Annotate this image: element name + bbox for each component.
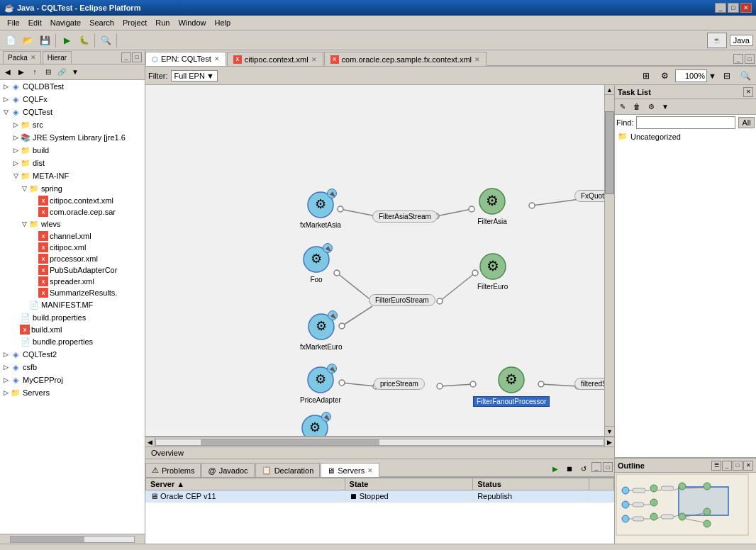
filtereuropstream-box[interactable]: FilterEuroStream <box>369 294 435 306</box>
canvas-vscroll[interactable]: ▲ ▼ <box>604 85 614 436</box>
tree-item-build-folder[interactable]: ▷ 📁 build <box>0 144 145 157</box>
tree-item-cqlfx[interactable]: ▷ ◈ CQLFx <box>0 93 145 106</box>
tree-item-citipoc-context[interactable]: ▷ X citipoc.context.xml <box>0 195 145 206</box>
hscroll-right-button[interactable]: ▶ <box>604 437 614 447</box>
editor-tab-controls[interactable]: _ □ <box>732 52 756 66</box>
server-row-oracle[interactable]: 🖥 Oracle CEP v11 ⏹ Stopped Republish <box>146 490 614 503</box>
stop-server-button[interactable]: ⏹ <box>563 462 576 475</box>
close-citipoc-tab[interactable]: ✕ <box>311 56 317 63</box>
tab-epn-cqltest[interactable]: ⬡ EPN: CQLTest ✕ <box>145 52 226 66</box>
vscroll-down-button[interactable]: ▼ <box>605 426 614 436</box>
col-status[interactable]: Status <box>473 478 589 490</box>
node-fxmarketeuro[interactable]: ⚙ 🔌 fxMarketEuro <box>300 312 342 351</box>
close-com-oracle-tab[interactable]: ✕ <box>474 56 480 63</box>
toggle-meta-inf[interactable]: ▽ <box>11 172 20 180</box>
menu-help[interactable]: Help <box>211 17 235 28</box>
minimize-panel-button[interactable]: _ <box>121 52 131 62</box>
toggle-servers[interactable]: ▷ <box>1 388 10 397</box>
outline-controls[interactable]: ☰ _ □ ✕ <box>711 461 753 471</box>
minimize-button[interactable]: _ <box>715 3 726 13</box>
tree-item-cqltest2[interactable]: ▷ ◈ CQLTest2 <box>0 348 145 361</box>
maximize-button[interactable]: □ <box>728 3 739 13</box>
tree-item-processor[interactable]: ▷ X processor.xml <box>0 253 145 264</box>
back-button[interactable]: ◀ <box>1 66 14 79</box>
zoom-fit-button[interactable]: ⊟ <box>719 68 735 84</box>
pricestream-box[interactable]: priceStream <box>374 378 425 390</box>
menu-window[interactable]: Window <box>174 17 210 28</box>
tree-item-src[interactable]: ▷ 📁 src <box>0 118 145 131</box>
close-epn-tab[interactable]: ✕ <box>214 55 220 62</box>
toggle-csfb[interactable]: ▷ <box>1 363 10 371</box>
node-filtereuropstream[interactable]: FilterEuroStream <box>369 294 435 306</box>
node-adapter[interactable]: ⚙ 🔌 adapter <box>300 413 330 437</box>
delete-task-button[interactable]: 🗑 <box>630 101 643 113</box>
bottom-panel-controls[interactable]: ▶ ⏹ ↺ _ □ <box>547 461 614 477</box>
start-server-button[interactable]: ▶ <box>549 462 562 475</box>
tree-item-com-oracle[interactable]: ▷ X com.oracle.cep.sar <box>0 206 145 218</box>
toggle-cqltest[interactable]: ▽ <box>1 108 10 116</box>
min-outline-button[interactable]: _ <box>722 461 732 471</box>
tab-hierarchy[interactable]: Hierar <box>43 51 72 64</box>
tree-item-cqldbtest[interactable]: ▷ ◈ CQLDBTest <box>0 80 145 93</box>
tab-servers[interactable]: 🖥 Servers ✕ <box>321 463 379 477</box>
tree-item-build-xml[interactable]: ▷ X build.xml <box>0 324 145 335</box>
tree-item-spreader[interactable]: ▷ X spreader.xml <box>0 276 145 287</box>
tree-item-bundle-properties[interactable]: ▷ 📄 bundle.properties <box>0 335 145 348</box>
zoom-dropdown-arrow[interactable]: ▼ <box>708 72 716 80</box>
node-filterasiastream[interactable]: FilterAsiaStream <box>372 211 438 223</box>
filterasiastream-box[interactable]: FilterAsiaStream <box>372 211 438 223</box>
toggle-jre[interactable]: ▷ <box>11 133 20 142</box>
save-button[interactable]: 💾 <box>37 33 52 48</box>
tree-container[interactable]: ▷ ◈ CQLDBTest ▷ ◈ CQLFx ▽ ◈ CQLTest ▷ 📁 … <box>0 80 145 534</box>
task-list-controls[interactable]: ✕ <box>743 87 753 97</box>
tab-javadoc[interactable]: @ Javadoc <box>201 463 254 477</box>
tree-item-build-properties[interactable]: ▷ 📄 build.properties <box>0 311 145 324</box>
zoom-input[interactable] <box>675 69 707 82</box>
task-menu-button[interactable]: ▼ <box>659 101 672 113</box>
node-filtereuro[interactable]: ⚙ FilterEuro <box>477 252 508 291</box>
tree-item-jre[interactable]: ▷ 📚 JRE System Library [jre1.6 <box>0 131 145 144</box>
menu-file[interactable]: File <box>3 17 24 28</box>
node-fxmarketasia[interactable]: ⚙ 🔌 fxMarketAsia <box>300 190 341 229</box>
close-package-explorer[interactable]: ✕ <box>30 54 36 61</box>
zoom-out-button[interactable]: 🔍 <box>738 68 753 84</box>
left-panel-controls[interactable]: _ □ <box>121 52 142 62</box>
hscroll-thumb[interactable] <box>11 537 84 542</box>
new-button[interactable]: 📄 <box>3 33 18 48</box>
menu-project[interactable]: Project <box>118 17 151 28</box>
uncategorized-item[interactable]: 📁 Uncategorized <box>615 130 756 142</box>
toggle-cqldbtest[interactable]: ▷ <box>1 82 10 91</box>
forward-button[interactable]: ▶ <box>15 66 28 79</box>
open-button[interactable]: 📂 <box>20 33 35 48</box>
node-priceadapter[interactable]: ⚙ 🔌 PriceAdapter <box>300 365 341 404</box>
max-outline-button[interactable]: □ <box>733 461 743 471</box>
col-state[interactable]: State <box>345 478 473 490</box>
hscroll-left-button[interactable]: ◀ <box>145 437 155 447</box>
menu-navigate[interactable]: Navigate <box>46 17 85 28</box>
tab-declaration[interactable]: 📋 Declaration <box>255 463 321 477</box>
close-servers-tab[interactable]: ✕ <box>367 467 373 474</box>
tab-citipoc[interactable]: X citipoc.context.xml ✕ <box>227 52 323 66</box>
menu-run[interactable]: Run <box>151 17 174 28</box>
canvas-hscroll[interactable]: ◀ ▶ <box>145 437 614 447</box>
toggle-dist[interactable]: ▷ <box>11 159 20 167</box>
close-button[interactable]: ✕ <box>740 3 752 13</box>
layout-button[interactable]: ⊞ <box>638 68 654 84</box>
toggle-cqlfx[interactable]: ▷ <box>1 95 10 103</box>
maximize-panel-button[interactable]: □ <box>132 52 142 62</box>
min-bottom-button[interactable]: _ <box>591 462 601 472</box>
tree-item-summarize[interactable]: ▷ X SummarizeResults. <box>0 287 145 298</box>
overview-bar[interactable]: Overview <box>145 447 614 459</box>
all-button[interactable]: All <box>738 117 754 128</box>
tree-item-spring[interactable]: ▽ 📁 spring <box>0 182 145 195</box>
settings-button[interactable]: ⚙ <box>657 68 672 84</box>
tree-item-meta-inf[interactable]: ▽ 📁 META-INF <box>0 169 145 182</box>
tree-item-citipoc-xml[interactable]: ▷ X citipoc.xml <box>0 242 145 253</box>
menu-edit[interactable]: Edit <box>24 17 46 28</box>
max-editor-button[interactable]: □ <box>745 54 755 64</box>
tree-item-wlevs[interactable]: ▽ 📁 wlevs <box>0 218 145 230</box>
close-outline-button[interactable]: ✕ <box>743 461 753 471</box>
find-input[interactable] <box>636 116 735 129</box>
tree-item-dist[interactable]: ▷ 📁 dist <box>0 157 145 169</box>
toggle-spring[interactable]: ▽ <box>20 184 28 193</box>
